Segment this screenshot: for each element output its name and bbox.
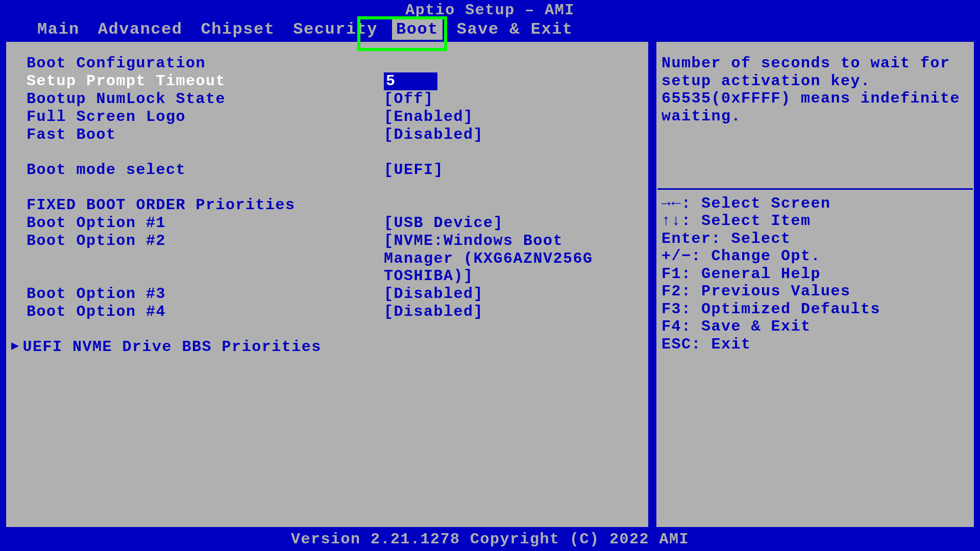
chevron-right-icon: ▶ [11,339,20,354]
boot2-value[interactable]: [NVME:Windows Boot Manager (KXG6AZNV256G… [384,232,598,285]
row-boot-option-1[interactable]: Boot Option #1 [USB Device] [27,214,641,232]
key-select-item: ↑↓: Select Item [662,212,969,230]
bootmode-value[interactable]: [UEFI] [384,161,444,179]
tab-main[interactable]: Main [33,19,84,40]
fullscreen-value[interactable]: [Enabled] [384,108,474,126]
key-legend: →←: Select Screen ↑↓: Select Item Enter:… [656,190,974,364]
tab-save-exit[interactable]: Save & Exit [453,19,577,40]
row-uefi-nvme-priorities[interactable]: ▶ UEFI NVME Drive BBS Priorities [27,338,641,356]
key-general-help: F1: General Help [662,265,969,283]
key-previous-values: F2: Previous Values [662,283,969,300]
row-boot-option-3[interactable]: Boot Option #3 [Disabled] [27,285,641,303]
row-boot-option-4[interactable]: Boot Option #4 [Disabled] [27,303,641,321]
setup-prompt-label: Setup Prompt Timeout [27,72,384,90]
main-area: Boot Configuration Setup Prompt Timeout … [0,40,980,529]
tab-chipset[interactable]: Chipset [197,19,279,40]
tab-bar: Main Advanced Chipset Security Boot Save… [0,19,980,40]
setup-prompt-value[interactable]: 5 [384,72,437,90]
bios-setup-screen: Aptio Setup – AMI Main Advanced Chipset … [0,0,980,551]
key-select-screen: →←: Select Screen [662,195,969,213]
key-save-exit: F4: Save & Exit [662,318,969,336]
help-description: Number of seconds to wait for setup acti… [656,42,974,188]
row-boot-mode[interactable]: Boot mode select [UEFI] [27,161,641,179]
fastboot-value[interactable]: [Disabled] [384,126,483,144]
row-boot-option-2[interactable]: Boot Option #2 [NVME:Windows Boot Manage… [27,232,641,285]
row-fullscreen-logo[interactable]: Full Screen Logo [Enabled] [27,108,641,126]
boot1-value[interactable]: [USB Device] [384,214,503,232]
boot3-value[interactable]: [Disabled] [384,285,483,303]
uefi-nvme-label: UEFI NVME Drive BBS Priorities [23,338,322,356]
key-esc-exit: ESC: Exit [662,336,969,354]
boot2-label: Boot Option #2 [27,232,384,285]
tab-advanced[interactable]: Advanced [94,19,187,40]
key-change-opt: +/−: Change Opt. [662,247,969,265]
numlock-label: Bootup NumLock State [27,90,384,108]
row-setup-prompt-timeout[interactable]: Setup Prompt Timeout 5 [27,72,641,90]
section-heading-boot-config: Boot Configuration [27,55,641,72]
content-pane: Boot Configuration Setup Prompt Timeout … [4,40,650,529]
boot4-label: Boot Option #4 [27,303,384,321]
row-fast-boot[interactable]: Fast Boot [Disabled] [27,126,641,144]
help-pane: Number of seconds to wait for setup acti… [654,40,976,529]
numlock-value[interactable]: [Off] [384,90,434,108]
section-heading-boot-order: FIXED BOOT ORDER Priorities [27,196,641,214]
tab-security[interactable]: Security [289,19,382,40]
boot4-value[interactable]: [Disabled] [384,303,483,321]
boot3-label: Boot Option #3 [27,285,384,303]
bootmode-label: Boot mode select [27,161,384,179]
boot1-label: Boot Option #1 [27,214,384,232]
fullscreen-label: Full Screen Logo [27,108,384,126]
row-numlock-state[interactable]: Bootup NumLock State [Off] [27,90,641,108]
footer-version: Version 2.21.1278 Copyright (C) 2022 AMI [0,529,980,551]
tab-boot[interactable]: Boot [392,19,443,40]
key-optimized-defaults: F3: Optimized Defaults [662,300,969,318]
page-title: Aptio Setup – AMI [0,0,980,19]
fastboot-label: Fast Boot [27,126,384,144]
key-enter: Enter: Select [662,230,969,248]
